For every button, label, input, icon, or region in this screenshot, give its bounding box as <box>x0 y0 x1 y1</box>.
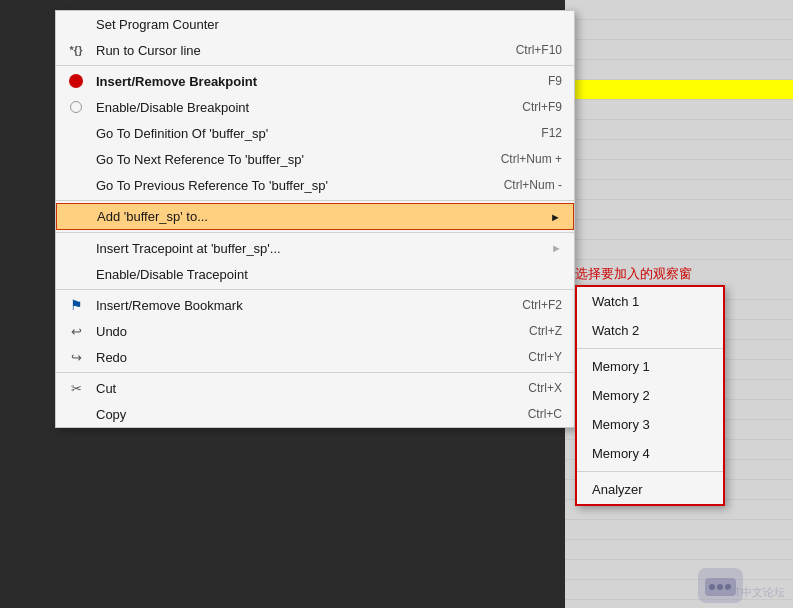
menu-label: Run to Cursor line <box>96 43 486 58</box>
menu-item-copy[interactable]: Copy Ctrl+C <box>56 401 574 427</box>
menu-label: Enable/Disable Breakpoint <box>96 100 492 115</box>
submenu-item-watch1[interactable]: Watch 1 <box>577 287 723 316</box>
editor-line <box>565 220 793 240</box>
submenu-label: Memory 4 <box>592 446 650 461</box>
menu-label: Go To Definition Of 'buffer_sp' <box>96 126 511 141</box>
run-to-cursor-icon: *{} <box>64 44 88 56</box>
menu-shortcut: Ctrl+F9 <box>522 100 562 114</box>
menu-label: Cut <box>96 381 498 396</box>
menu-item-cut[interactable]: ✂ Cut Ctrl+X <box>56 375 574 401</box>
editor-line <box>565 140 793 160</box>
submenu-arrow-icon: ► <box>551 242 562 254</box>
svg-point-2 <box>717 584 723 590</box>
menu-label: Insert/Remove Breakpoint <box>96 74 518 89</box>
submenu-separator <box>577 348 723 349</box>
menu-item-go-to-definition[interactable]: Go To Definition Of 'buffer_sp' F12 <box>56 120 574 146</box>
submenu-item-watch2[interactable]: Watch 2 <box>577 316 723 345</box>
menu-shortcut: F9 <box>548 74 562 88</box>
menu-label: Insert/Remove Bookmark <box>96 298 492 313</box>
menu-item-go-to-prev-ref[interactable]: Go To Previous Reference To 'buffer_sp' … <box>56 172 574 198</box>
menu-label: Insert Tracepoint at 'buffer_sp'... <box>96 241 543 256</box>
editor-line <box>565 120 793 140</box>
menu-label: Go To Previous Reference To 'buffer_sp' <box>96 178 474 193</box>
editor-line <box>565 560 793 580</box>
menu-item-add-buffer-sp[interactable]: Add 'buffer_sp' to... ► <box>56 203 574 230</box>
context-menu: Set Program Counter *{} Run to Cursor li… <box>55 10 575 428</box>
menu-separator <box>56 65 574 66</box>
watermark-text: ST中文论坛 <box>727 585 785 600</box>
menu-shortcut: F12 <box>541 126 562 140</box>
editor-line <box>565 180 793 200</box>
editor-line <box>565 540 793 560</box>
menu-item-enable-tracepoint[interactable]: Enable/Disable Tracepoint <box>56 261 574 287</box>
menu-shortcut: Ctrl+Z <box>529 324 562 338</box>
submenu-label: Memory 2 <box>592 388 650 403</box>
submenu-label: Watch 1 <box>592 294 639 309</box>
submenu-label: Watch 2 <box>592 323 639 338</box>
editor-line <box>565 20 793 40</box>
menu-shortcut: Ctrl+Y <box>528 350 562 364</box>
bookmark-icon: ⚑ <box>64 297 88 313</box>
editor-line <box>565 240 793 260</box>
menu-label: Copy <box>96 407 498 422</box>
menu-shortcut: Ctrl+X <box>528 381 562 395</box>
menu-separator <box>56 200 574 201</box>
submenu-item-memory2[interactable]: Memory 2 <box>577 381 723 410</box>
submenu-arrow-icon: ► <box>550 211 561 223</box>
menu-label: Go To Next Reference To 'buffer_sp' <box>96 152 471 167</box>
submenu-item-memory3[interactable]: Memory 3 <box>577 410 723 439</box>
submenu-chinese-label: 选择要加入的观察窗 <box>575 265 692 283</box>
undo-icon: ↩ <box>64 324 88 339</box>
menu-label: Add 'buffer_sp' to... <box>97 209 542 224</box>
menu-item-insert-breakpoint[interactable]: Insert/Remove Breakpoint F9 <box>56 68 574 94</box>
editor-line <box>565 200 793 220</box>
menu-shortcut: Ctrl+F10 <box>516 43 562 57</box>
menu-item-undo[interactable]: ↩ Undo Ctrl+Z <box>56 318 574 344</box>
editor-line <box>565 100 793 120</box>
menu-shortcut: Ctrl+C <box>528 407 562 421</box>
menu-item-go-to-next-ref[interactable]: Go To Next Reference To 'buffer_sp' Ctrl… <box>56 146 574 172</box>
menu-separator <box>56 232 574 233</box>
menu-item-enable-breakpoint[interactable]: Enable/Disable Breakpoint Ctrl+F9 <box>56 94 574 120</box>
menu-label: Enable/Disable Tracepoint <box>96 267 562 282</box>
breakpoint-icon <box>64 74 88 88</box>
submenu-label: Analyzer <box>592 482 643 497</box>
menu-shortcut: Ctrl+Num + <box>501 152 562 166</box>
editor-line <box>565 160 793 180</box>
menu-shortcut: Ctrl+F2 <box>522 298 562 312</box>
submenu-item-analyzer[interactable]: Analyzer <box>577 475 723 504</box>
editor-line <box>565 520 793 540</box>
editor-line <box>565 60 793 80</box>
menu-label: Undo <box>96 324 499 339</box>
svg-point-1 <box>709 584 715 590</box>
menu-shortcut: Ctrl+Num - <box>504 178 562 192</box>
editor-line <box>565 0 793 20</box>
scissors-icon: ✂ <box>64 381 88 396</box>
menu-item-set-program-counter[interactable]: Set Program Counter <box>56 11 574 37</box>
editor-line <box>565 80 793 100</box>
empty-circle-icon <box>64 101 88 113</box>
submenu-label: Memory 1 <box>592 359 650 374</box>
menu-item-redo[interactable]: ↪ Redo Ctrl+Y <box>56 344 574 370</box>
menu-separator <box>56 372 574 373</box>
menu-item-insert-bookmark[interactable]: ⚑ Insert/Remove Bookmark Ctrl+F2 <box>56 292 574 318</box>
editor-line <box>565 40 793 60</box>
menu-label: Set Program Counter <box>96 17 562 32</box>
submenu-separator <box>577 471 723 472</box>
redo-icon: ↪ <box>64 350 88 365</box>
menu-separator <box>56 289 574 290</box>
submenu-item-memory1[interactable]: Memory 1 <box>577 352 723 381</box>
submenu: Watch 1 Watch 2 Memory 1 Memory 2 Memory… <box>575 285 725 506</box>
submenu-label: Memory 3 <box>592 417 650 432</box>
menu-item-insert-tracepoint[interactable]: Insert Tracepoint at 'buffer_sp'... ► <box>56 235 574 261</box>
menu-item-run-to-cursor[interactable]: *{} Run to Cursor line Ctrl+F10 <box>56 37 574 63</box>
menu-label: Redo <box>96 350 498 365</box>
submenu-item-memory4[interactable]: Memory 4 <box>577 439 723 468</box>
